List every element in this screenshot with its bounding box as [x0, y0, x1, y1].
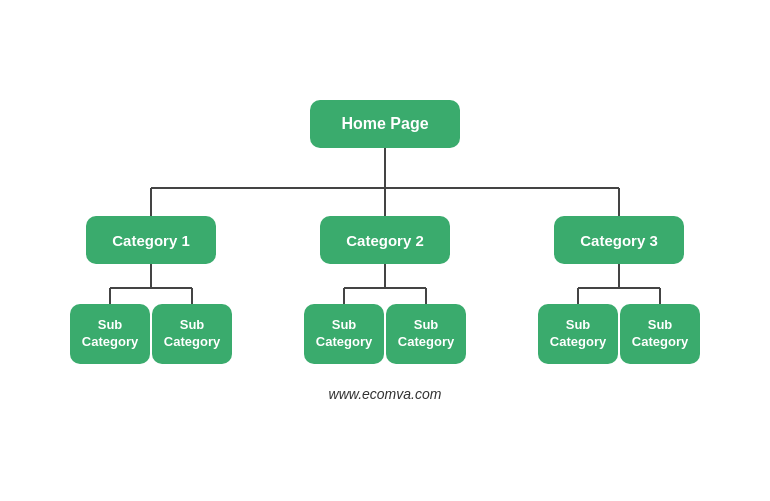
node-sub-2-2: Sub Category [386, 304, 466, 364]
tree-diagram: Home Page Category 1 Category 2 Category… [35, 100, 735, 402]
connectors-svg: Category 1 Category 2 Category 3 Sub Cat… [35, 148, 735, 368]
node-sub-3-2: Sub Category [620, 304, 700, 364]
node-sub-1-1: Sub Category [70, 304, 150, 364]
node-home: Home Page [310, 100, 460, 148]
node-category-2: Category 2 [320, 216, 450, 264]
node-category-1: Category 1 [86, 216, 216, 264]
node-sub-1-2: Sub Category [152, 304, 232, 364]
watermark: www.ecomva.com [329, 386, 442, 402]
node-sub-3-1: Sub Category [538, 304, 618, 364]
node-sub-2-1: Sub Category [304, 304, 384, 364]
node-category-3: Category 3 [554, 216, 684, 264]
level-home: Home Page [310, 100, 460, 148]
